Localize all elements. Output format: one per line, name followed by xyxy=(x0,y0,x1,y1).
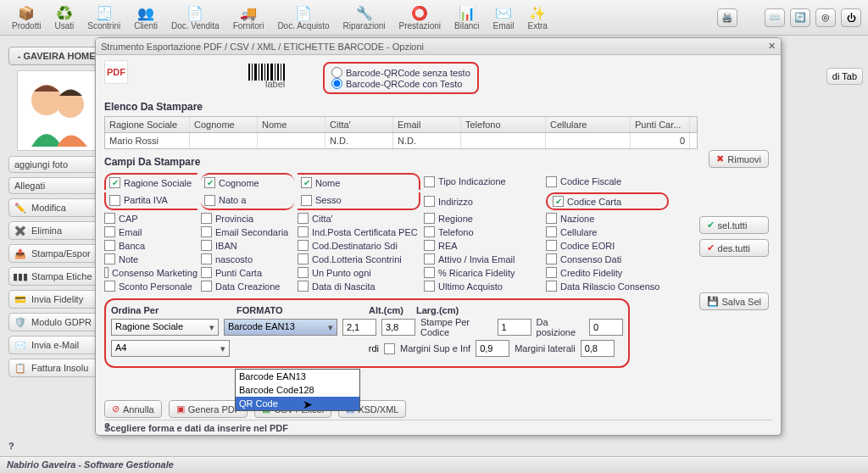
tb-fornitori[interactable]: 🚚Fornitori xyxy=(228,3,270,32)
chk-consenso[interactable]: Consenso Dati xyxy=(546,253,669,264)
table-row[interactable]: Mario Rossi N.D. N.D. 0 xyxy=(105,133,697,148)
svg-rect-13 xyxy=(283,64,285,81)
chk-marketing[interactable]: Consenso Marketing xyxy=(104,267,198,278)
chk-drilcons[interactable]: Data Rilascio Consenso xyxy=(546,281,669,292)
chk-iban[interactable]: IBAN xyxy=(201,240,294,251)
chk-rea[interactable]: REA xyxy=(424,240,542,251)
chk-banca[interactable]: Banca xyxy=(104,240,198,251)
radio-without-text[interactable]: Barcode-QRCode senza testo xyxy=(331,67,470,78)
tb-scontrini[interactable]: 🧾Scontrini xyxy=(82,3,125,32)
chk-note[interactable]: Note xyxy=(104,253,198,264)
chk-cap[interactable]: CAP xyxy=(104,213,198,224)
chk-sesso[interactable]: Sesso xyxy=(298,192,420,210)
col-punti[interactable]: Punti Car... xyxy=(631,117,690,132)
help-icon[interactable]: ? xyxy=(8,441,14,451)
chk-unpunto[interactable]: Un Punto ogni xyxy=(298,267,420,278)
delete-icon: ✖️ xyxy=(14,225,26,236)
larg-input[interactable] xyxy=(381,319,415,336)
opt-ean13[interactable]: Barcode EAN13 xyxy=(236,370,359,383)
chk-bordi[interactable] xyxy=(384,343,395,354)
chk-dnasc[interactable]: Data di Nascita xyxy=(298,281,420,292)
tb-extra[interactable]: ✨Extra xyxy=(523,3,553,32)
chk-indir[interactable]: Indirizzo xyxy=(424,192,542,210)
chk-tel[interactable]: Telefono xyxy=(424,226,542,237)
dapos-input[interactable] xyxy=(589,319,623,336)
tb-docacquisto[interactable]: 📄Doc. Acquisto xyxy=(272,3,334,32)
chk-email[interactable]: Email xyxy=(104,226,198,237)
chk-prov[interactable]: Provincia xyxy=(201,213,294,224)
tb-bilanci[interactable]: 📊Bilanci xyxy=(449,3,484,32)
formato-dropdown[interactable]: Barcode EAN13 Barcode Code128 QR Code xyxy=(235,369,360,411)
col-nome[interactable]: Nome xyxy=(258,117,326,132)
marg-sup-input[interactable] xyxy=(476,340,509,357)
chk-attivo[interactable]: Attivo / Invia Email xyxy=(424,253,542,264)
opt-qrcode[interactable]: QR Code xyxy=(236,397,359,410)
pagina-select[interactable]: A4 xyxy=(111,340,230,357)
chk-cognome[interactable]: Cognome xyxy=(201,173,294,190)
chk-email2[interactable]: Email Secondaria xyxy=(201,226,294,237)
chk-dcrea[interactable]: Data Creazione xyxy=(201,281,294,292)
salva-sel-button[interactable]: 💾Salva Sel xyxy=(699,292,769,310)
tb-prestazioni[interactable]: ⭕Prestazioni xyxy=(394,3,446,32)
chk-lotteria[interactable]: Cod.Lotteria Scontrini xyxy=(298,253,420,264)
rimuovi-button[interactable]: ✖Rimuovi xyxy=(709,150,769,168)
tb-clienti[interactable]: 👥Clienti xyxy=(129,3,163,32)
chk-pcarta[interactable]: Punti Carta xyxy=(201,267,294,278)
col-cognome[interactable]: Cognome xyxy=(190,117,258,132)
chk-ragione[interactable]: Ragione Sociale xyxy=(104,173,198,190)
col-ragione[interactable]: Ragione Sociale xyxy=(105,117,190,132)
chk-sdi[interactable]: Cod.Destinatario Sdi xyxy=(298,240,420,251)
tab-button[interactable]: di Tab xyxy=(826,68,863,85)
chk-cfisc[interactable]: Codice Fiscale xyxy=(546,173,669,190)
col-citta[interactable]: Citta' xyxy=(326,117,393,132)
chk-pec[interactable]: Ind.Posta Certificata PEC xyxy=(298,226,420,237)
keyboard-button[interactable]: ⌨️ xyxy=(765,8,785,27)
chk-spers[interactable]: Sconto Personale xyxy=(104,281,198,292)
ordina-highlight: Ordina Per FORMATO Alt.(cm) Larg.(cm) Ra… xyxy=(104,298,630,368)
close-icon[interactable]: ✕ xyxy=(768,41,776,52)
col-cellulare[interactable]: Cellulare xyxy=(546,117,631,132)
refresh-button[interactable]: 🔄 xyxy=(790,8,810,27)
chk-nome[interactable]: Nome xyxy=(298,173,420,190)
chk-regione[interactable]: Regione xyxy=(424,213,542,224)
col-email[interactable]: Email xyxy=(393,117,461,132)
chk-uacq[interactable]: Ultimo Acquisto xyxy=(424,281,542,292)
power-button[interactable]: ⏻ xyxy=(841,8,861,27)
chk-citta[interactable]: Citta' xyxy=(298,213,420,224)
chk-nascosto[interactable]: nascosto xyxy=(201,253,294,264)
col-telefono[interactable]: Telefono xyxy=(461,117,546,132)
ordina-select[interactable]: Ragione Sociale xyxy=(111,319,219,336)
sel-tutti-button[interactable]: ✔sel.tutti xyxy=(699,216,769,234)
tb-riparazioni[interactable]: 🔧Riparazioni xyxy=(338,3,391,32)
stampe-input[interactable] xyxy=(498,319,531,336)
receipt-icon: 🧾 xyxy=(96,4,113,21)
radio-group-highlight: Barcode-QRCode senza testo Barcode-QRCod… xyxy=(323,62,479,94)
chk-cel[interactable]: Cellulare xyxy=(546,226,669,237)
annulla-button[interactable]: ⊘Annulla xyxy=(104,400,162,418)
svg-rect-6 xyxy=(261,64,263,81)
tb-usati[interactable]: ♻️Usati xyxy=(49,3,79,32)
opt-code128[interactable]: Barcode Code128 xyxy=(236,383,359,397)
alt-input[interactable] xyxy=(342,319,376,336)
formato-select[interactable]: Barcode EAN13 xyxy=(224,319,337,336)
tb-email[interactable]: ✉️Email xyxy=(488,3,520,32)
chk-nazione[interactable]: Nazione xyxy=(546,213,669,224)
print-button[interactable]: 🖨️ xyxy=(717,8,737,27)
chk-eori[interactable]: Codice EORI xyxy=(546,240,669,251)
print-list-table: Ragione Sociale Cognome Nome Citta' Emai… xyxy=(104,116,698,149)
barcode-icon: ▮▮▮ xyxy=(14,270,26,282)
des-tutti-button[interactable]: ✔des.tutti xyxy=(699,239,769,257)
chk-ricarica[interactable]: % Ricarica Fidelity xyxy=(424,267,542,278)
marg-lat-input[interactable] xyxy=(581,340,615,357)
radio-with-text[interactable]: Barcode-QRCode con Testo xyxy=(331,78,470,89)
tb-prodotti[interactable]: 📦Prodotti xyxy=(7,3,46,32)
tb-docvendita[interactable]: 📄Doc. Vendita xyxy=(166,3,225,32)
dapos-label: Da posizione xyxy=(537,317,584,337)
chk-ccarta[interactable]: Codice Carta xyxy=(553,196,662,207)
chk-credito[interactable]: Credito Fidelity xyxy=(546,267,669,278)
target-button[interactable]: ◎ xyxy=(815,8,836,27)
chk-piva[interactable]: Partita IVA xyxy=(104,192,198,210)
chk-tipo[interactable]: Tipo Indicazione xyxy=(424,173,542,190)
invoice-icon: 📋 xyxy=(14,362,26,374)
chk-nato[interactable]: Nato a xyxy=(201,192,294,210)
